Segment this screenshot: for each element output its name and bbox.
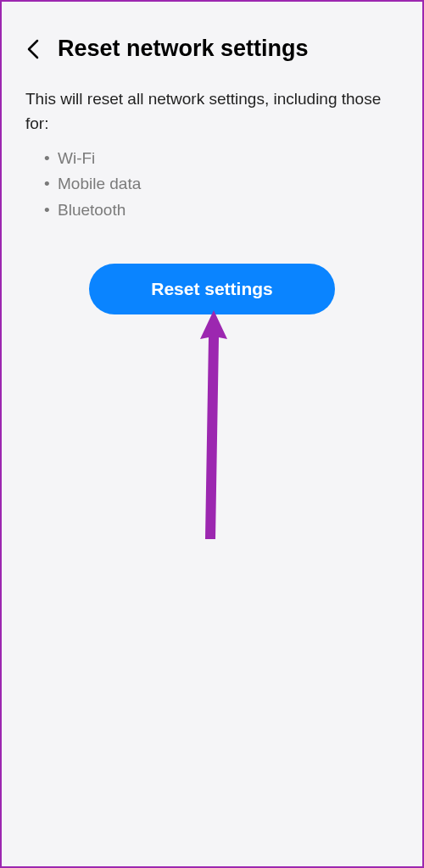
list-item: Wi-Fi xyxy=(44,146,399,171)
reset-items-list: Wi-Fi Mobile data Bluetooth xyxy=(2,142,422,248)
description-text: This will reset all network settings, in… xyxy=(2,79,422,142)
list-item: Bluetooth xyxy=(44,198,399,223)
back-icon[interactable] xyxy=(24,40,42,58)
reset-settings-button[interactable]: Reset settings xyxy=(89,264,335,314)
header: Reset network settings xyxy=(2,2,422,79)
list-item: Mobile data xyxy=(44,171,399,197)
page-title: Reset network settings xyxy=(58,36,309,62)
annotation-arrow-icon xyxy=(193,310,234,551)
button-container: Reset settings xyxy=(2,248,422,314)
